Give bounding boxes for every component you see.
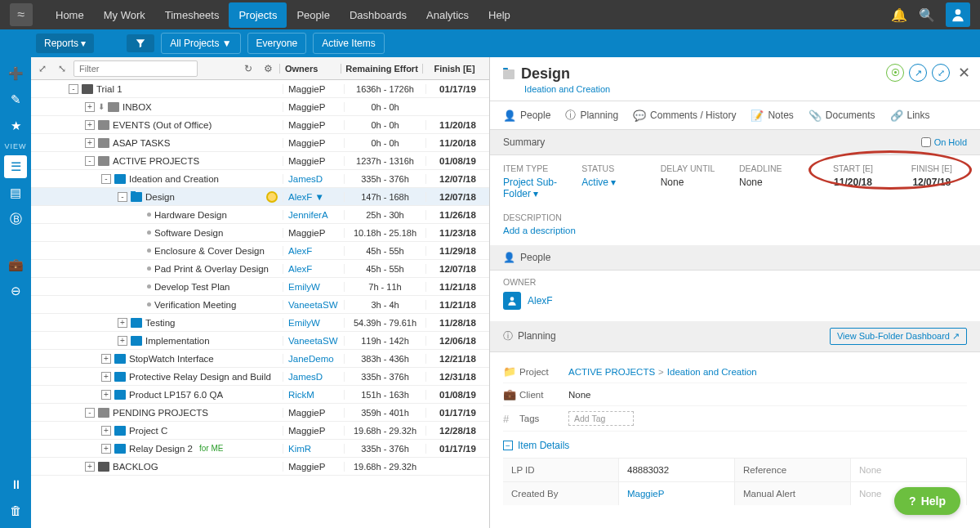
filter-everyone[interactable]: Everyone (247, 33, 307, 54)
nav-help[interactable]: Help (479, 2, 520, 28)
close-icon[interactable]: ✕ (958, 64, 970, 82)
owner-cell[interactable]: AlexF (283, 246, 344, 256)
edit-icon[interactable]: ✎ (4, 88, 27, 111)
tree-toggle[interactable]: - (85, 156, 95, 166)
view-dashboard-button[interactable]: View Sub-Folder Dashboard ↗ (830, 328, 967, 345)
nav-home[interactable]: Home (46, 2, 94, 28)
reports-dropdown[interactable]: Reports ▾ (36, 34, 94, 53)
tab-notes[interactable]: 📝Notes (751, 108, 793, 123)
bell-icon[interactable]: 🔔 (889, 4, 910, 25)
collapse-icon[interactable]: ⤡ (54, 60, 70, 77)
tree-toggle[interactable]: + (85, 138, 95, 148)
tab-planning[interactable]: ⓘPlanning (565, 108, 618, 123)
expand-detail-icon[interactable]: ⤢ (932, 64, 950, 82)
owner-avatar[interactable] (503, 292, 521, 310)
tree-toggle[interactable]: + (101, 354, 111, 364)
tree-row[interactable]: -Trial 1MaggieP1636h - 1726h01/17/19 (31, 80, 489, 98)
owner-cell[interactable]: EmilyW (283, 282, 344, 292)
filter-input[interactable] (74, 60, 198, 77)
owner-cell[interactable]: JaneDemo (283, 354, 344, 364)
expand-icon[interactable]: ⤢ (34, 60, 51, 77)
item-type-value[interactable]: Project Sub-Folder ▾ (503, 177, 573, 199)
owner-name[interactable]: AlexF (528, 295, 553, 307)
briefcase-icon[interactable]: 💼 (4, 253, 27, 276)
tree-row[interactable]: Verification MeetingVaneetaSW3h - 4h11/2… (31, 296, 489, 314)
tree-toggle[interactable]: + (101, 444, 111, 454)
tree-row[interactable]: +ImplementationVaneetaSW119h - 142h12/06… (31, 332, 489, 350)
tree-row[interactable]: +Product LP157 6.0 QARickM151h - 163h01/… (31, 386, 489, 404)
project-path[interactable]: ACTIVE PROJECTS>Ideation and Creation (568, 367, 967, 377)
funnel-icon[interactable] (127, 34, 154, 52)
tree-row[interactable]: +EVENTS (Out of Office)MaggieP0h - 0h11/… (31, 116, 489, 134)
tree-toggle[interactable]: + (85, 120, 95, 130)
tree-row[interactable]: +ASAP TASKSMaggieP0h - 0h11/20/18 (31, 134, 489, 152)
filter-all-projects[interactable]: All Projects ▼ (161, 33, 240, 54)
tree-toggle[interactable]: - (85, 408, 95, 418)
reference-value[interactable]: None (851, 459, 967, 481)
nav-timesheets[interactable]: Timesheets (155, 2, 229, 28)
col-owners[interactable]: Owners (279, 64, 341, 74)
add-description-link[interactable]: Add a description (503, 226, 967, 235)
nav-mywork[interactable]: My Work (94, 2, 155, 28)
gear-icon[interactable]: ⚙ (260, 60, 276, 77)
col-finish[interactable]: Finish [E] (422, 64, 486, 74)
owner-cell[interactable]: KimR (283, 444, 344, 454)
tree-row[interactable]: +StopWatch InterfaceJaneDemo383h - 436h1… (31, 350, 489, 368)
tree-row[interactable]: -PENDING PROJECTSMaggieP359h - 401h01/17… (31, 404, 489, 422)
owner-cell[interactable]: RickM (283, 390, 344, 400)
tree-row[interactable]: +Project CMaggieP19.68h - 29.32h12/28/18 (31, 422, 489, 440)
owner-cell[interactable]: AlexF (283, 264, 344, 274)
tree-row[interactable]: Hardware DesignJenniferA25h - 30h11/26/1… (31, 206, 489, 224)
tree-row[interactable]: Enclosure & Cover DesignAlexF45h - 55h11… (31, 242, 489, 260)
tree-toggle[interactable]: + (118, 318, 127, 328)
filter-active-items[interactable]: Active Items (313, 33, 384, 54)
owner-cell[interactable]: EmilyW (283, 318, 344, 328)
nav-dashboards[interactable]: Dashboards (340, 2, 416, 28)
col-effort[interactable]: Remaining Effort (341, 64, 422, 74)
tree-toggle[interactable]: - (69, 84, 78, 94)
tree-toggle[interactable]: + (118, 336, 127, 346)
tab-people[interactable]: 👤People (503, 108, 550, 123)
tree-row[interactable]: Develop Test PlanEmilyW7h - 11h11/21/18 (31, 278, 489, 296)
tree-row[interactable]: +BACKLOGMaggieP19.68h - 29.32h (31, 458, 489, 476)
tree-row[interactable]: -Ideation and CreationJamesD335h - 376h1… (31, 170, 489, 188)
tree-row[interactable]: +⬇INBOXMaggieP0h - 0h (31, 98, 489, 116)
tree-toggle[interactable]: + (85, 102, 95, 112)
tab-comments[interactable]: 💬Comments / History (633, 108, 736, 123)
tree-toggle[interactable]: - (101, 174, 111, 184)
user-avatar[interactable] (946, 2, 970, 27)
share-icon[interactable]: ↗ (909, 64, 927, 82)
nav-analytics[interactable]: Analytics (416, 2, 479, 28)
tree-toggle[interactable]: - (118, 192, 127, 202)
add-icon[interactable]: ➕ (4, 62, 27, 85)
rss-icon[interactable]: ⦿ (886, 64, 904, 82)
tree-row[interactable]: Software DesignMaggieP10.18h - 25.18h11/… (31, 224, 489, 242)
trash-icon[interactable]: 🗑 (4, 499, 27, 521)
tree-toggle[interactable]: + (101, 390, 111, 400)
tree-row[interactable]: Pad Print & Overlay DesignAlexF45h - 55h… (31, 260, 489, 278)
list-view-icon[interactable]: ☰ (4, 155, 27, 178)
status-value[interactable]: Active ▾ (581, 177, 652, 188)
owner-cell[interactable]: VaneetaSW (283, 336, 344, 346)
help-button[interactable]: ?Help (894, 487, 960, 515)
onhold-toggle[interactable]: On Hold (921, 137, 967, 147)
owner-cell[interactable]: JamesD (283, 174, 344, 184)
owner-cell[interactable]: VaneetaSW (283, 300, 344, 310)
app-logo[interactable]: ≈ (10, 3, 33, 26)
owner-cell[interactable]: AlexF ▼ (283, 192, 344, 202)
tree-toggle[interactable]: + (101, 426, 111, 436)
tree-row[interactable]: -ACTIVE PROJECTSMaggieP1237h - 1316h01/0… (31, 152, 489, 170)
circle-minus-icon[interactable]: ⊖ (4, 280, 27, 302)
star-icon[interactable]: ★ (4, 114, 27, 137)
tab-links[interactable]: 🔗Links (890, 108, 930, 123)
search-icon[interactable]: 🔍 (916, 4, 938, 25)
tab-documents[interactable]: 📎Documents (808, 108, 875, 123)
nav-people[interactable]: People (287, 2, 339, 28)
owner-cell[interactable]: JamesD (283, 372, 344, 382)
pause-icon[interactable]: ⏸ (4, 472, 27, 495)
breadcrumb[interactable]: Ideation and Creation (524, 84, 967, 94)
bold-view-icon[interactable]: Ⓑ (4, 208, 27, 230)
tree-row[interactable]: -DesignAlexF ▼147h - 168h12/07/18 (31, 188, 489, 206)
tree-row[interactable]: +Protective Relay Design and BuildJamesD… (31, 368, 489, 386)
owner-cell[interactable]: JenniferA (283, 210, 344, 220)
